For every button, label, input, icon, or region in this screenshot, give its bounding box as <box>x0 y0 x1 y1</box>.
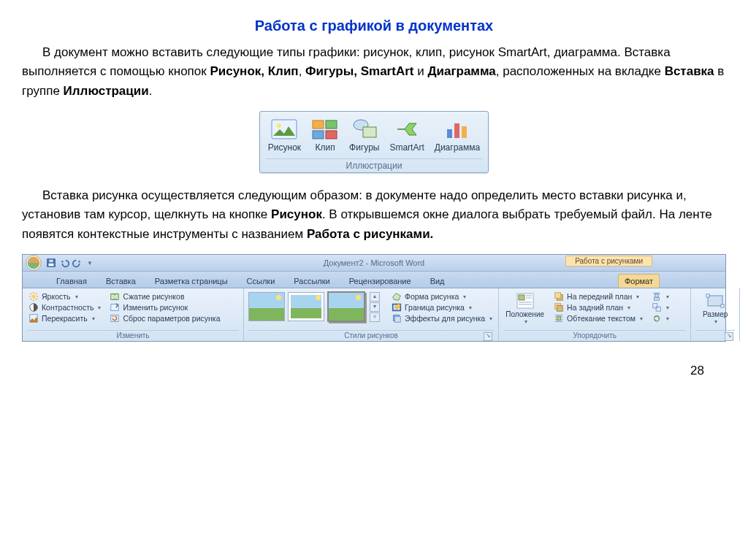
shapes-icon <box>351 118 378 141</box>
group-button[interactable]: ▾ <box>650 302 671 312</box>
label: Перекрасить <box>42 314 88 323</box>
size-icon <box>705 291 725 310</box>
picture-button[interactable]: Рисунок <box>266 116 303 154</box>
border-icon <box>392 302 402 312</box>
svg-rect-4 <box>313 131 324 139</box>
compress-button[interactable]: Сжатие рисунков <box>108 291 221 302</box>
label: Обтекание текстом <box>567 314 636 323</box>
group-adjust: Яркость▾ Контрастность▾ Перекрасить▾ Сжа… <box>23 288 244 341</box>
rotate-button[interactable]: ▾ <box>650 313 671 323</box>
undo-icon[interactable] <box>59 258 69 268</box>
picture-shape-button[interactable]: Форма рисунка▾ <box>390 291 494 302</box>
text: . <box>149 84 153 98</box>
office-button[interactable] <box>26 255 42 271</box>
gallery-more-icon[interactable]: ▿ <box>370 312 380 322</box>
svg-rect-51 <box>654 298 660 301</box>
svg-rect-13 <box>49 264 54 266</box>
change-picture-icon <box>110 302 120 312</box>
send-back-button[interactable]: На задний план▾ <box>552 302 644 312</box>
style-thumb-1[interactable] <box>248 292 285 321</box>
save-icon[interactable] <box>46 258 56 268</box>
chart-icon <box>443 118 471 141</box>
brightness-button[interactable]: Яркость▾ <box>27 291 102 302</box>
bold-illustrations: Иллюстрации <box>64 84 149 98</box>
tab-insert[interactable]: Вставка <box>100 275 142 288</box>
label: Форма рисунка <box>405 292 459 301</box>
bold-picture: Рисунок <box>271 207 322 221</box>
label: Эффекты для рисунка <box>405 314 485 323</box>
recolor-button[interactable]: Перекрасить▾ <box>27 313 102 323</box>
bold-chart: Диаграмма <box>427 64 495 78</box>
svg-rect-3 <box>326 120 337 129</box>
tab-mailings[interactable]: Рассылки <box>288 275 335 288</box>
rotate-icon <box>652 313 662 323</box>
label: Положение <box>505 310 544 318</box>
qat-dropdown-icon[interactable]: ▼ <box>87 260 93 266</box>
label: Яркость <box>42 292 71 301</box>
group-arrange: Положение▾ На передний план▾ На задний п… <box>499 288 691 341</box>
redo-icon[interactable] <box>72 258 83 268</box>
picture-border-button[interactable]: Граница рисунка▾ <box>390 302 494 312</box>
group-caption: Упорядочить <box>503 330 686 341</box>
smartart-button[interactable]: SmartArt <box>387 116 426 154</box>
clip-icon <box>311 118 339 141</box>
page-number: 28 <box>22 364 704 378</box>
bold-insert-tab: Вставка <box>665 64 714 78</box>
shapes-button[interactable]: Фигуры <box>347 116 381 154</box>
tab-format[interactable]: Формат <box>618 274 660 288</box>
tab-review[interactable]: Рецензирование <box>343 275 417 288</box>
tab-page-layout[interactable]: Разметка страницы <box>149 275 234 288</box>
label: Контрастность <box>42 303 94 312</box>
svg-rect-55 <box>706 294 709 297</box>
label: Сжатие рисунков <box>123 292 184 301</box>
group-caption: ↘ <box>695 330 735 341</box>
paragraph-2: Вставка рисунка осуществляется следующим… <box>22 186 726 244</box>
page-title: Работа с графикой в документах <box>22 18 726 34</box>
tab-view[interactable]: Вид <box>424 275 451 288</box>
quick-access-toolbar: ▼ <box>46 258 93 268</box>
style-thumb-2[interactable] <box>288 292 324 321</box>
contrast-button[interactable]: Контрастность▾ <box>27 302 102 312</box>
svg-rect-52 <box>653 304 657 308</box>
label: На задний план <box>567 303 623 312</box>
position-button[interactable]: Положение▾ <box>503 291 546 325</box>
bold-shapes-smartart: Фигуры, SmartArt <box>305 64 413 78</box>
tab-home[interactable]: Главная <box>50 275 93 288</box>
label: Размер <box>703 310 728 318</box>
picture-icon <box>270 118 298 141</box>
change-picture-button[interactable]: Изменить рисунок <box>108 302 221 312</box>
label: Изменить рисунок <box>123 303 188 312</box>
style-thumb-3[interactable] <box>327 291 365 322</box>
dialog-launcher-icon[interactable]: ↘ <box>725 332 733 341</box>
svg-rect-8 <box>447 129 452 138</box>
text: , <box>299 64 305 78</box>
reset-picture-button[interactable]: Сброс параметров рисунка <box>108 313 221 323</box>
align-button[interactable]: ▾ <box>650 291 671 302</box>
svg-point-1 <box>277 123 281 128</box>
picture-effects-button[interactable]: Эффекты для рисунка▾ <box>390 313 494 323</box>
label: SmartArt <box>389 142 424 153</box>
group-size: Размер▾ ↘ <box>691 288 740 341</box>
label: Сброс параметров рисунка <box>123 314 220 323</box>
bring-front-button[interactable]: На передний план▾ <box>552 291 644 302</box>
text-wrap-button[interactable]: Обтекание текстом▾ <box>552 313 644 323</box>
dialog-launcher-icon[interactable]: ↘ <box>484 332 492 341</box>
gallery-up-icon[interactable]: ▴ <box>370 292 380 302</box>
size-button[interactable]: Размер▾ <box>701 291 730 325</box>
group-icon <box>652 302 662 312</box>
label: На передний план <box>567 292 632 301</box>
clip-button[interactable]: Клип <box>309 116 341 154</box>
send-back-icon <box>554 302 564 312</box>
tab-references[interactable]: Ссылки <box>241 275 281 288</box>
svg-point-15 <box>31 294 35 298</box>
ribbon-tabs: Главная Вставка Разметка страницы Ссылки… <box>23 272 725 288</box>
svg-rect-33 <box>519 295 524 300</box>
label: Рисунок <box>268 142 301 153</box>
svg-rect-53 <box>656 307 660 311</box>
bold-picture-tools: Работа с рисунками. <box>307 227 433 241</box>
svg-line-23 <box>36 294 37 294</box>
chart-button[interactable]: Диаграмма <box>432 116 482 154</box>
text: В документ можно вставить следующие типы… <box>42 45 356 59</box>
label: Клип <box>315 142 335 153</box>
gallery-down-icon[interactable]: ▾ <box>370 302 380 312</box>
